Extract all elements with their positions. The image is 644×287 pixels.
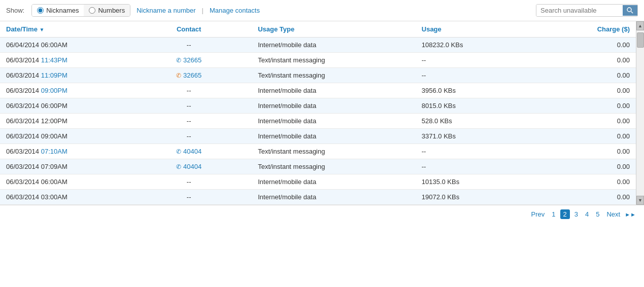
cell-contact: --	[126, 38, 252, 53]
cell-contact: --	[126, 129, 252, 144]
table-wrapper: Date/Time ▼ Contact Usage Type Usage Cha…	[0, 21, 644, 205]
contact-dash: --	[187, 41, 191, 49]
table-row: 06/03/2014 11:43PM✆32665Text/instant mes…	[0, 53, 636, 68]
separator: |	[202, 7, 204, 14]
phone-icon: ✆	[176, 72, 181, 79]
contact-dash: --	[187, 102, 191, 110]
date-value: 06/03/2014	[6, 56, 39, 64]
scroll-thumb[interactable]	[637, 32, 644, 48]
col-charge[interactable]: Charge ($)	[541, 21, 636, 38]
cell-usage: --	[416, 159, 541, 174]
prev-button[interactable]: Prev	[529, 209, 548, 219]
time-value: 06:00AM	[39, 178, 67, 186]
next-arrow-icon: ►►	[625, 211, 636, 218]
top-bar: Show: Nicknames Numbers Nickname a numbe…	[0, 0, 644, 21]
cell-datetime: 06/03/2014 09:00AM	[0, 129, 126, 144]
nickname-link[interactable]: Nickname a number	[135, 7, 196, 14]
contact-link[interactable]: ✆32665	[132, 56, 246, 64]
cell-charge: 0.00	[541, 114, 636, 129]
cell-datetime: 06/03/2014 09:00PM	[0, 83, 126, 98]
cell-charge: 0.00	[541, 144, 636, 159]
contact-dash: --	[187, 132, 191, 140]
cell-charge: 0.00	[541, 98, 636, 114]
cell-charge: 0.00	[541, 53, 636, 68]
table-row: 06/03/2014 09:00AM--Internet/mobile data…	[0, 129, 636, 144]
cell-contact: --	[126, 190, 252, 205]
search-button[interactable]	[623, 5, 637, 16]
cell-usage-type: Text/instant messaging	[252, 53, 416, 68]
table-row: 06/03/2014 03:00AM--Internet/mobile data…	[0, 190, 636, 205]
cell-usage-type: Internet/mobile data	[252, 114, 416, 129]
date-value: 06/03/2014	[6, 163, 39, 170]
cell-usage: 3956.0 KBs	[416, 83, 541, 98]
table-row: 06/04/2014 06:00AM--Internet/mobile data…	[0, 38, 636, 53]
usage-table: Date/Time ▼ Contact Usage Type Usage Cha…	[0, 21, 636, 205]
col-usage-type[interactable]: Usage Type	[252, 21, 416, 38]
col-usage[interactable]: Usage	[416, 21, 541, 38]
page-2-button[interactable]: 2	[560, 209, 570, 219]
cell-usage-type: Text/instant messaging	[252, 159, 416, 174]
contact-link[interactable]: ✆40404	[132, 163, 246, 170]
page-4-button[interactable]: 4	[583, 209, 591, 219]
cell-contact: ✆32665	[126, 68, 252, 83]
contact-number: 32665	[183, 71, 201, 79]
next-button[interactable]: Next	[604, 209, 623, 219]
phone-icon: ✆	[176, 148, 181, 155]
cell-contact: --	[126, 174, 252, 190]
cell-usage-type: Internet/mobile data	[252, 98, 416, 114]
page-5-button[interactable]: 5	[593, 209, 602, 219]
nicknames-option[interactable]: Nicknames	[32, 5, 84, 16]
contact-link[interactable]: ✆40404	[132, 148, 246, 155]
date-value: 06/03/2014	[6, 193, 39, 201]
time-value: 11:09PM	[39, 71, 67, 79]
numbers-option[interactable]: Numbers	[84, 5, 130, 16]
date-value: 06/03/2014	[6, 178, 39, 186]
cell-contact: --	[126, 114, 252, 129]
cell-charge: 0.00	[541, 159, 636, 174]
cell-charge: 0.00	[541, 174, 636, 190]
contact-dash: --	[187, 178, 191, 186]
cell-usage: 108232.0 KBs	[416, 38, 541, 53]
cell-usage-type: Text/instant messaging	[252, 144, 416, 159]
contact-link[interactable]: ✆32665	[132, 71, 246, 79]
date-value: 06/03/2014	[6, 71, 39, 79]
cell-usage: 8015.0 KBs	[416, 98, 541, 114]
show-label: Show:	[6, 7, 24, 14]
cell-usage-type: Internet/mobile data	[252, 174, 416, 190]
search-input[interactable]	[536, 5, 623, 16]
sort-icon: ▼	[40, 27, 45, 32]
cell-datetime: 06/03/2014 11:09PM	[0, 68, 126, 83]
time-value: 12:00PM	[39, 117, 67, 125]
numbers-label: Numbers	[98, 7, 125, 14]
col-datetime[interactable]: Date/Time ▼	[0, 21, 126, 38]
manage-contacts-link[interactable]: Manage contacts	[209, 7, 261, 14]
date-value: 06/03/2014	[6, 132, 39, 140]
date-value: 06/03/2014	[6, 148, 39, 155]
table-row: 06/03/2014 06:00AM--Internet/mobile data…	[0, 174, 636, 190]
contact-number: 40404	[183, 148, 201, 155]
time-value: 09:00PM	[39, 87, 67, 94]
pagination-bar: Prev 1 2 3 4 5 Next ►►	[0, 205, 644, 223]
cell-datetime: 06/03/2014 12:00PM	[0, 114, 126, 129]
cell-charge: 0.00	[541, 129, 636, 144]
cell-contact: ✆32665	[126, 53, 252, 68]
col-contact[interactable]: Contact	[126, 21, 252, 38]
time-value: 07:10AM	[39, 148, 67, 155]
contact-dash: --	[187, 87, 191, 94]
scroll-down-button[interactable]: ▼	[636, 196, 644, 205]
cell-charge: 0.00	[541, 38, 636, 53]
cell-datetime: 06/03/2014 07:09AM	[0, 159, 126, 174]
contact-dash: --	[187, 117, 191, 125]
cell-usage: 19072.0 KBs	[416, 190, 541, 205]
cell-datetime: 06/03/2014 06:00PM	[0, 98, 126, 114]
page-3-button[interactable]: 3	[572, 209, 581, 219]
scroll-up-button[interactable]: ▲	[636, 21, 644, 30]
cell-usage: 3371.0 KBs	[416, 129, 541, 144]
cell-usage-type: Internet/mobile data	[252, 83, 416, 98]
page-1-button[interactable]: 1	[549, 209, 558, 219]
contact-number: 32665	[183, 56, 201, 64]
cell-usage: --	[416, 53, 541, 68]
cell-contact: ✆40404	[126, 144, 252, 159]
cell-usage-type: Internet/mobile data	[252, 190, 416, 205]
nicknames-label: Nicknames	[46, 7, 79, 14]
